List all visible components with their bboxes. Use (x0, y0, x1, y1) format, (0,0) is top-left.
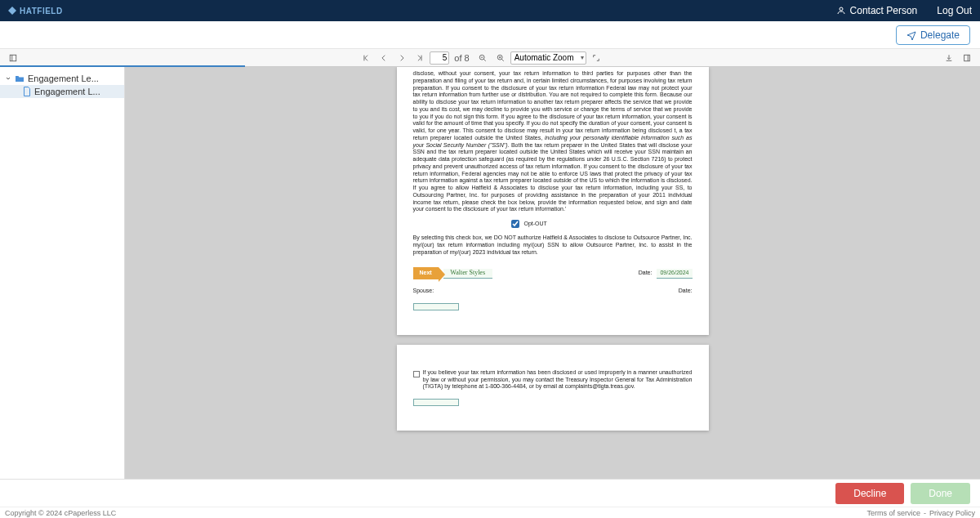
signature-row: Next Walter Styles Date: 09/26/2024 (413, 267, 693, 279)
document-viewport[interactable]: disclose, without your consent, your tax… (125, 67, 980, 479)
tree-file-label: Engagement L... (34, 87, 100, 96)
signature-field[interactable]: Walter Styles (443, 269, 492, 279)
logout-link[interactable]: Log Out (937, 5, 972, 16)
p6-signature-field[interactable] (413, 399, 459, 406)
spouse-row: Spouse: Date: (413, 288, 693, 295)
spouse-label: Spouse: (413, 288, 434, 295)
svg-marker-0 (8, 7, 16, 15)
footer-sep: - (924, 509, 926, 517)
svg-point-1 (840, 7, 843, 11)
tigta-text: If you believe your tax return informati… (423, 369, 693, 391)
chevron-down-icon (5, 75, 11, 82)
zoom-select[interactable]: Automatic Zoom (510, 51, 586, 65)
last-page-button[interactable] (412, 51, 428, 65)
spouse-signature-field[interactable] (413, 303, 459, 310)
brand-text: HATFIELD (20, 7, 63, 16)
logout-label: Log Out (937, 5, 972, 16)
tree-folder-label: Engagement Le... (28, 74, 99, 83)
svg-rect-2 (10, 55, 16, 61)
folder-icon (15, 74, 24, 83)
send-icon (906, 30, 916, 40)
main-area: Engagement Le... Engagement L... disclos… (0, 67, 980, 479)
terms-link[interactable]: Terms of service (866, 509, 920, 517)
delegate-label: Delegate (920, 29, 960, 41)
optout-label: Opt-OUT (524, 221, 547, 228)
brand-logo: HATFIELD (8, 7, 63, 16)
optout-description: By selecting this check box, we DO NOT a… (413, 234, 693, 256)
sidebar-toggle-button[interactable] (5, 51, 21, 65)
page-5: disclose, without your consent, your tax… (397, 67, 709, 335)
pdf-toolbar: of 8 Automatic Zoom (0, 49, 980, 67)
page-number-input[interactable] (430, 51, 449, 65)
tree-folder[interactable]: Engagement Le... (0, 72, 124, 85)
date-label: Date: (639, 270, 653, 277)
prev-page-button[interactable] (376, 51, 392, 65)
decline-button[interactable]: Decline (835, 483, 904, 504)
consent-paragraph: disclose, without your consent, your tax… (413, 70, 693, 213)
top-nav: HATFIELD Contact Person Log Out (0, 0, 980, 21)
download-button[interactable] (941, 51, 957, 65)
file-icon (23, 87, 31, 96)
delegate-bar: Delegate (0, 21, 980, 49)
document-tree: Engagement Le... Engagement L... (0, 67, 125, 479)
toolbar-progress (0, 65, 245, 67)
copyright-text: Copyright © 2024 cPaperless LLC (5, 509, 116, 517)
optout-row: Opt-OUT (511, 220, 693, 228)
page-of-label: of 8 (454, 53, 469, 63)
fullscreen-button[interactable] (588, 51, 604, 65)
first-page-button[interactable] (358, 51, 374, 65)
tigta-checkbox[interactable] (413, 371, 420, 377)
date-value: 09/26/2024 (657, 269, 692, 279)
page-6: If you believe your tax return informati… (397, 345, 709, 431)
spouse-date-label: Date: (679, 288, 693, 295)
svg-line-7 (483, 59, 486, 61)
signature-value: Walter Styles (450, 269, 485, 277)
delegate-button[interactable]: Delegate (896, 25, 970, 45)
footer: Copyright © 2024 cPaperless LLC Terms of… (0, 507, 980, 518)
svg-line-10 (501, 59, 504, 61)
next-tag[interactable]: Next (413, 267, 439, 279)
tree-file[interactable]: Engagement L... (0, 85, 124, 98)
contact-person-label: Contact Person (850, 5, 918, 16)
optout-checkbox[interactable] (511, 220, 519, 228)
tigta-paragraph: If you believe your tax return informati… (413, 369, 693, 391)
done-button[interactable]: Done (911, 483, 970, 504)
next-page-button[interactable] (394, 51, 410, 65)
contact-person-link[interactable]: Contact Person (836, 5, 918, 16)
svg-rect-14 (964, 55, 970, 61)
privacy-link[interactable]: Privacy Policy (929, 509, 975, 517)
zoom-out-button[interactable] (474, 51, 491, 65)
action-bar: Decline Done (0, 479, 980, 507)
zoom-in-button[interactable] (492, 51, 509, 65)
bookmark-button[interactable] (959, 51, 975, 65)
brand-icon (8, 7, 16, 15)
person-icon (836, 6, 846, 16)
